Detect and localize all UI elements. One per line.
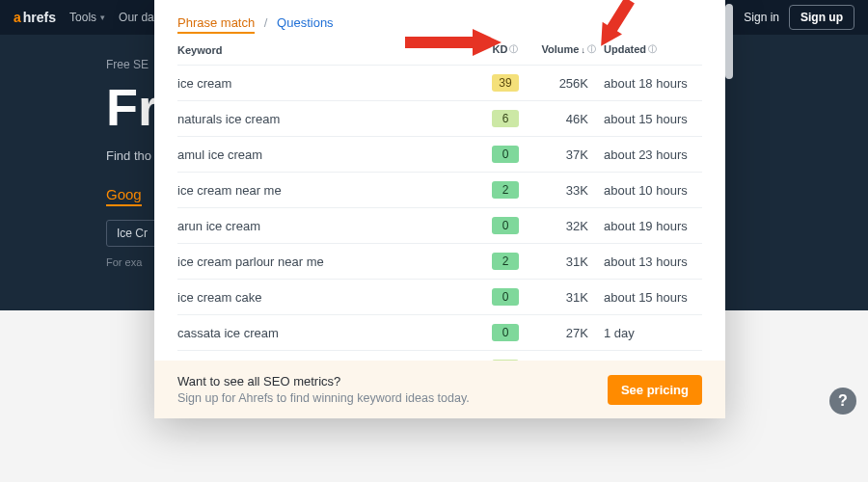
- sign-up-button[interactable]: Sign up: [789, 5, 854, 30]
- cell-volume: 32K: [532, 208, 596, 244]
- nav-our-data-label: Our dat: [119, 11, 157, 24]
- annotation-arrow-volume: [588, 0, 642, 46]
- cell-volume: 31K: [532, 244, 596, 280]
- cell-volume: 33K: [532, 173, 596, 208]
- cell-updated: about 15 hours: [596, 101, 702, 137]
- hero-hint: For exa: [106, 256, 158, 268]
- table-row[interactable]: arun ice cream032Kabout 19 hours: [177, 208, 702, 244]
- help-button[interactable]: ?: [829, 388, 856, 415]
- nav-tools[interactable]: Tools ▾: [69, 11, 105, 24]
- cell-kd: 6: [478, 101, 532, 137]
- cell-keyword: ice cream parlour near me: [177, 244, 478, 280]
- cell-kd: 0: [478, 280, 532, 315]
- hero-sub: Find tho: [106, 148, 158, 163]
- cell-keyword: arun ice cream: [177, 208, 478, 244]
- keyword-table: Keyword KDⓘ Volume↓ⓘ Updatedⓘ ice cream3…: [177, 30, 702, 361]
- kd-badge: 0: [492, 324, 519, 341]
- col-volume-header[interactable]: Volume↓ⓘ: [532, 30, 596, 66]
- cell-volume: 27K: [532, 351, 596, 362]
- kd-badge: 0: [492, 146, 519, 163]
- info-icon: ⓘ: [648, 44, 657, 54]
- cell-keyword: cassata ice cream: [177, 315, 478, 351]
- cell-updated: about 18 hours: [596, 66, 702, 101]
- nav-our-data[interactable]: Our dat: [119, 11, 157, 24]
- svg-marker-0: [405, 29, 502, 56]
- hero-chip[interactable]: Ice Cr: [106, 220, 158, 247]
- chevron-down-icon: ▾: [100, 13, 105, 22]
- panel-scrollbar-thumb[interactable]: [725, 4, 733, 79]
- hero-section: Free SE Fr Find tho Goog Ice Cr For exa: [0, 58, 158, 268]
- table-row[interactable]: magnum ice cream1027K1 day: [177, 351, 702, 362]
- cell-kd: 2: [478, 173, 532, 208]
- cell-volume: 46K: [532, 101, 596, 137]
- cell-updated: 1 day: [596, 315, 702, 351]
- brand-text: hrefs: [23, 10, 56, 25]
- col-keyword-label: Keyword: [177, 44, 222, 56]
- cell-volume: 256K: [532, 66, 596, 101]
- cta-banner: Want to see all SEO metrics? Sign up for…: [154, 361, 725, 418]
- hero-eyebrow: Free SE: [106, 58, 158, 71]
- kd-badge: 39: [492, 74, 519, 92]
- info-icon: ⓘ: [509, 44, 518, 54]
- cta-line2: Sign up for Ahrefs to find winning keywo…: [177, 391, 470, 405]
- cell-kd: 39: [478, 66, 532, 101]
- annotation-arrow-kd: [405, 27, 502, 58]
- table-row[interactable]: cassata ice cream027K1 day: [177, 315, 702, 351]
- cell-keyword: amul ice cream: [177, 137, 478, 173]
- sort-desc-icon: ↓: [582, 45, 586, 55]
- hero-link[interactable]: Goog: [106, 186, 142, 206]
- cell-volume: 31K: [532, 280, 596, 315]
- cell-kd: 2: [478, 244, 532, 280]
- tab-separator: /: [264, 15, 268, 30]
- hero-headline: Fr: [106, 77, 158, 137]
- cell-updated: about 15 hours: [596, 280, 702, 315]
- table-row[interactable]: amul ice cream037Kabout 23 hours: [177, 137, 702, 173]
- cell-updated: about 13 hours: [596, 244, 702, 280]
- kd-badge: 2: [492, 181, 519, 199]
- table-row[interactable]: ice cream cake031Kabout 15 hours: [177, 280, 702, 315]
- cta-line1: Want to see all SEO metrics?: [177, 374, 470, 388]
- table-row[interactable]: naturals ice cream646Kabout 15 hours: [177, 101, 702, 137]
- svg-marker-1: [591, 0, 639, 46]
- cell-keyword: naturals ice cream: [177, 101, 478, 137]
- sign-in-link[interactable]: Sign in: [744, 11, 779, 24]
- cell-kd: 0: [478, 137, 532, 173]
- cell-keyword: ice cream cake: [177, 280, 478, 315]
- kd-badge: 0: [492, 288, 519, 306]
- cell-volume: 37K: [532, 137, 596, 173]
- nav-tools-label: Tools: [69, 11, 96, 24]
- tab-questions[interactable]: Questions: [277, 15, 334, 30]
- brand-mark: a: [14, 10, 21, 25]
- see-pricing-button[interactable]: See pricing: [608, 375, 702, 405]
- table-row[interactable]: ice cream39256Kabout 18 hours: [177, 66, 702, 101]
- cell-updated: about 10 hours: [596, 173, 702, 208]
- cell-volume: 27K: [532, 315, 596, 351]
- table-row[interactable]: ice cream near me233Kabout 10 hours: [177, 173, 702, 208]
- cell-keyword: ice cream: [177, 66, 478, 101]
- cell-keyword: magnum ice cream: [177, 351, 478, 362]
- brand-logo[interactable]: ahrefs: [14, 10, 56, 25]
- cell-keyword: ice cream near me: [177, 173, 478, 208]
- keyword-table-wrap: Keyword KDⓘ Volume↓ⓘ Updatedⓘ ice cream3…: [154, 30, 725, 361]
- cell-kd: 0: [478, 208, 532, 244]
- cell-kd: 0: [478, 315, 532, 351]
- col-volume-label: Volume: [542, 43, 580, 55]
- cta-text: Want to see all SEO metrics? Sign up for…: [177, 374, 470, 405]
- kd-badge: 2: [492, 253, 519, 270]
- table-row[interactable]: ice cream parlour near me231Kabout 13 ho…: [177, 244, 702, 280]
- cell-updated: 1 day: [596, 351, 702, 362]
- cell-updated: about 23 hours: [596, 137, 702, 173]
- kd-badge: 0: [492, 217, 519, 234]
- cell-updated: about 19 hours: [596, 208, 702, 244]
- kd-badge: 6: [492, 110, 519, 127]
- cell-kd: 10: [478, 351, 532, 362]
- keyword-panel: Phrase match / Questions Keyword KDⓘ Vol…: [154, 0, 725, 418]
